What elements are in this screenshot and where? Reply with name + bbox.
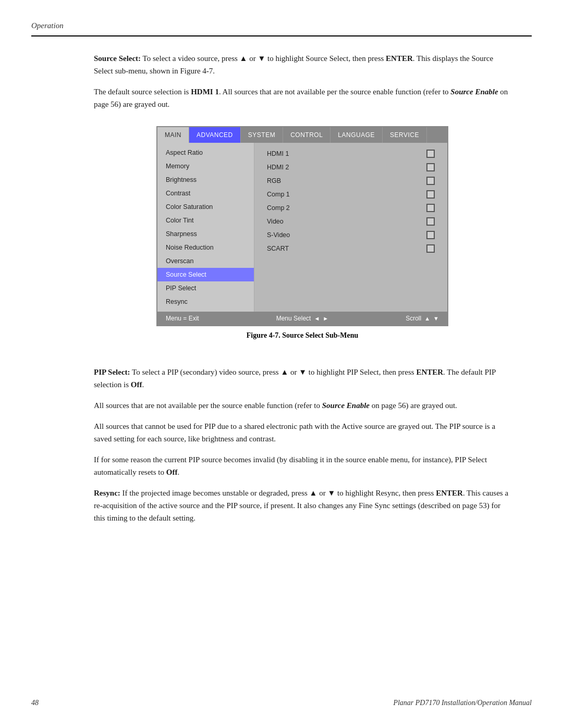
content-area: Source Select: To select a video source,… [31,52,532,524]
menu-item-resync[interactable]: Resync [157,295,254,309]
page-number: 48 [31,699,39,707]
source-comp1[interactable]: Comp 1 [263,188,439,201]
osd-right-panel: HDMI 1 HDMI 2 RGB [254,143,447,312]
scroll-label: Scroll [406,315,421,322]
source-hdmi1-checkbox[interactable] [426,150,435,158]
source-scart-checkbox[interactable] [426,244,435,253]
resync-paragraph: Resync: If the projected image becomes u… [94,487,511,524]
page-footer: 48 Planar PD7170 Installation/Operation … [31,699,532,707]
resync-bold: Resync: [94,489,120,497]
source-video[interactable]: Video [263,215,439,228]
pip-select-bold: PIP Select: [94,368,130,376]
source-hdmi2-checkbox[interactable] [426,163,435,171]
source-select-bold: Source Select: [94,54,141,63]
hdmi1-bold: HDMI 1 [191,88,219,96]
source-scart[interactable]: SCART [263,242,439,255]
footer-title: Planar PD7170 Installation/Operation Man… [393,699,532,707]
footer-menu-exit: Menu = Exit [166,315,199,322]
source-hdmi2[interactable]: HDMI 2 [263,161,439,174]
osd-footer: Menu = Exit Menu Select ◄ ► Scroll ▲ ▼ [157,312,447,325]
menu-item-color-tint[interactable]: Color Tint [157,214,254,227]
header-section: Operation [31,21,532,36]
source-hdmi1[interactable]: HDMI 1 [263,147,439,161]
source-select-paragraph-2: The default source selection is HDMI 1. … [94,85,511,110]
tab-language[interactable]: LANGUAGE [331,127,383,143]
tab-control[interactable]: CONTROL [283,127,331,143]
source-enable-italic-2: Source Enable [322,401,370,410]
menu-item-pip-select[interactable]: PIP Select [157,281,254,295]
menu-item-source-select[interactable]: Source Select [157,268,254,281]
osd-left-menu: Aspect Ratio Memory Brightness Contrast … [157,143,254,312]
menu-item-brightness[interactable]: Brightness [157,173,254,187]
source-comp2-label: Comp 2 [267,204,290,212]
source-rgb-checkbox[interactable] [426,177,435,185]
menu-item-noise-reduction[interactable]: Noise Reduction [157,241,254,254]
osd-body: Aspect Ratio Memory Brightness Contrast … [157,143,447,312]
source-rgb[interactable]: RGB [263,174,439,188]
pip-paragraph-4: If for some reason the current PIP sourc… [94,453,511,478]
footer-scroll: Scroll ▲ ▼ [406,315,439,322]
menu-item-memory[interactable]: Memory [157,159,254,173]
down-arrow-icon: ▼ [433,315,439,322]
tab-system[interactable]: SYSTEM [241,127,283,143]
source-comp1-label: Comp 1 [267,191,290,198]
source-select-paragraph-1: Source Select: To select a video source,… [94,52,511,77]
right-arrow-icon: ► [323,315,328,322]
figure-container: MAIN ADVANCED SYSTEM CONTROL LANGUAGE SE… [94,126,511,350]
source-svideo[interactable]: S-Video [263,228,439,242]
pip-paragraph-2: All sources that are not available per t… [94,399,511,412]
source-enable-italic: Source Enable [450,88,498,96]
osd-menu: MAIN ADVANCED SYSTEM CONTROL LANGUAGE SE… [156,126,448,326]
tab-advanced[interactable]: ADVANCED [189,127,241,143]
source-hdmi2-label: HDMI 2 [267,164,289,171]
source-svideo-label: S-Video [267,231,290,239]
source-comp2[interactable]: Comp 2 [263,201,439,215]
footer-menu-select: Menu Select ◄ ► [276,315,328,322]
menu-item-sharpness[interactable]: Sharpness [157,227,254,241]
page-container: Operation Source Select: To select a vid… [0,0,563,728]
source-comp1-checkbox[interactable] [426,190,435,199]
tab-service[interactable]: SERVICE [383,127,427,143]
source-scart-label: SCART [267,245,289,252]
menu-exit-label: Menu = Exit [166,315,199,322]
menu-item-aspect-ratio[interactable]: Aspect Ratio [157,146,254,159]
menu-item-color-saturation[interactable]: Color Saturation [157,200,254,214]
left-arrow-icon: ◄ [314,315,320,322]
pip-select-paragraph: PIP Select: To select a PIP (secondary) … [94,366,511,391]
source-rgb-label: RGB [267,177,281,184]
pip-paragraph-3: All sources that cannot be used for PIP … [94,420,511,445]
menu-item-contrast[interactable]: Contrast [157,187,254,200]
source-video-label: Video [267,218,284,225]
source-video-checkbox[interactable] [426,217,435,226]
source-comp2-checkbox[interactable] [426,204,435,212]
menu-item-overscan[interactable]: Overscan [157,254,254,268]
up-arrow-icon: ▲ [424,315,430,322]
tab-main[interactable]: MAIN [157,127,189,143]
figure-caption: Figure 4-7. Source Select Sub-Menu [156,331,448,340]
source-hdmi1-label: HDMI 1 [267,150,289,157]
osd-tabs: MAIN ADVANCED SYSTEM CONTROL LANGUAGE SE… [157,127,447,143]
menu-select-label: Menu Select [276,315,311,322]
source-svideo-checkbox[interactable] [426,231,435,239]
header-label: Operation [31,21,64,30]
